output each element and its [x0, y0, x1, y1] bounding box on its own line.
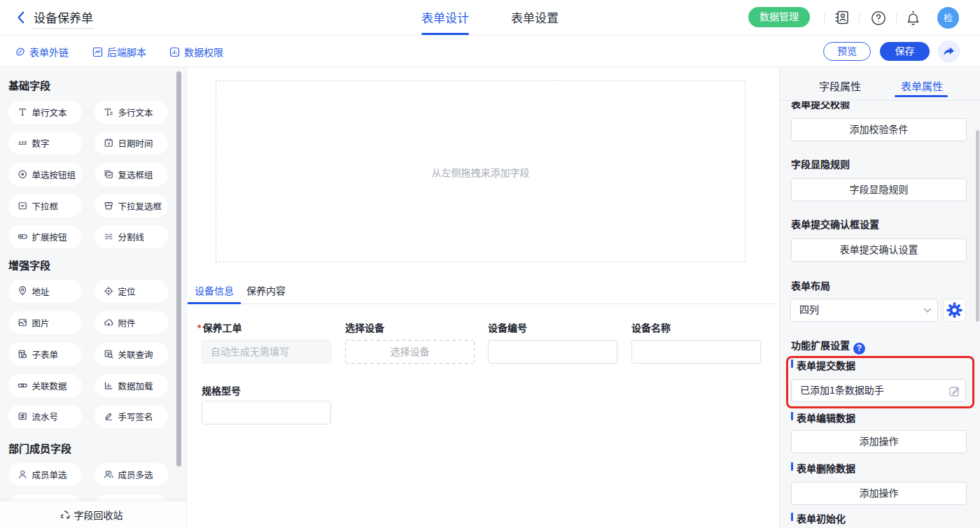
svg-text:123: 123 [18, 141, 27, 147]
